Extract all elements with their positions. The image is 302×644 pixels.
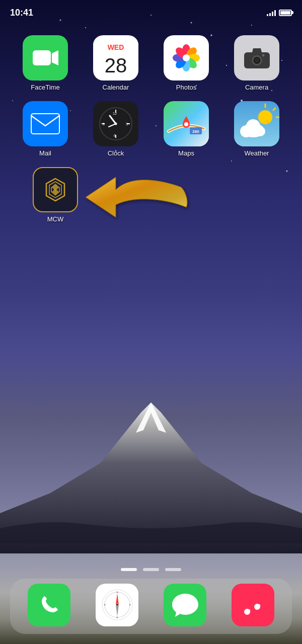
signal-bar-1 — [267, 14, 268, 16]
calendar-label: Calendar — [103, 84, 129, 91]
dock-phone[interactable] — [24, 584, 74, 629]
svg-text:3: 3 — [126, 122, 128, 126]
svg-marker-26 — [52, 50, 58, 65]
app-row-2: Mail 12 3 6 9 — [10, 101, 292, 157]
svg-point-41 — [262, 54, 264, 57]
camera-icon — [234, 35, 279, 80]
dock-messages[interactable] — [160, 584, 210, 629]
maps-icon: 280 — [164, 101, 209, 146]
facetime-label: FaceTime — [31, 84, 59, 91]
arrow-svg — [81, 159, 191, 240]
clock-svg: 12 3 6 9 — [99, 107, 133, 141]
svg-point-79 — [116, 592, 118, 593]
phone-icon — [28, 584, 70, 626]
dock-music[interactable] — [228, 584, 278, 629]
app-row-1: FaceTime WED 28 Calendar — [10, 35, 292, 91]
app-weather[interactable]: Weather — [226, 101, 287, 157]
svg-point-83 — [116, 604, 118, 606]
svg-point-82 — [104, 604, 105, 606]
arrow-annotation — [81, 159, 181, 240]
svg-point-36 — [183, 54, 190, 61]
phone-svg — [37, 592, 62, 617]
svg-text:280: 280 — [192, 129, 199, 134]
battery-indicator — [279, 10, 292, 16]
svg-point-40 — [254, 58, 259, 63]
svg-point-10 — [85, 27, 86, 28]
dock — [10, 579, 292, 634]
calendar-day-number: 28 — [105, 53, 127, 77]
svg-point-80 — [129, 604, 130, 606]
photos-label: Photos — [176, 84, 196, 91]
safari-svg — [100, 587, 135, 622]
app-facetime[interactable]: FaceTime — [15, 35, 76, 91]
page-dot-3 — [165, 568, 181, 571]
svg-point-61 — [258, 110, 272, 124]
svg-point-68 — [246, 119, 260, 133]
app-mcw[interactable]: MCW — [25, 167, 86, 240]
weather-icon — [234, 101, 279, 146]
photos-icon — [164, 35, 209, 80]
status-icons — [267, 9, 292, 16]
messages-icon — [164, 584, 206, 626]
maps-label: Maps — [178, 149, 194, 157]
camera-svg — [243, 46, 271, 69]
mountain-background — [0, 403, 302, 553]
signal-bar-4 — [274, 10, 276, 16]
mcw-icon — [33, 167, 78, 212]
camera-label: Camera — [245, 84, 268, 91]
mail-svg — [30, 113, 60, 135]
weather-label: Weather — [245, 149, 269, 157]
facetime-icon — [23, 35, 68, 80]
messages-svg — [171, 592, 199, 618]
svg-text:12: 12 — [113, 112, 117, 115]
page-dot-2 — [143, 568, 159, 571]
app-clock[interactable]: 12 3 6 9 Clock — [86, 101, 146, 157]
app-camera[interactable]: Camera — [226, 35, 287, 91]
calendar-icon: WED 28 — [93, 35, 138, 80]
app-maps[interactable]: 280 Maps — [156, 101, 216, 157]
app-photos[interactable]: Photos — [156, 35, 216, 91]
app-mail[interactable]: Mail — [15, 101, 76, 157]
page-dot-1 — [121, 568, 137, 571]
signal-bar-2 — [269, 13, 271, 16]
app-grid: FaceTime WED 28 Calendar — [0, 30, 302, 255]
clock-icon: 12 3 6 9 — [93, 101, 138, 146]
photos-svg — [169, 40, 204, 75]
safari-icon — [96, 584, 138, 626]
mcw-label: MCW — [47, 215, 64, 223]
svg-text:6: 6 — [114, 134, 116, 137]
maps-svg: 280 — [164, 101, 209, 146]
signal-bar-3 — [272, 12, 273, 16]
clock-label: Clock — [108, 149, 124, 157]
mcw-svg — [40, 175, 70, 205]
status-time: 10:41 — [10, 8, 33, 18]
svg-rect-25 — [33, 50, 51, 65]
svg-text:9: 9 — [103, 122, 105, 126]
signal-strength — [267, 9, 276, 16]
mail-label: Mail — [39, 149, 51, 157]
calendar-day-name: WED — [93, 38, 138, 53]
page-dots — [0, 568, 302, 571]
app-calendar[interactable]: WED 28 Calendar — [86, 35, 146, 91]
status-bar: 10:41 — [0, 0, 302, 25]
mail-icon — [23, 101, 68, 146]
weather-svg — [234, 101, 279, 146]
dock-safari[interactable] — [92, 584, 142, 629]
svg-point-81 — [116, 617, 118, 618]
battery-fill — [280, 11, 290, 15]
svg-point-55 — [115, 123, 117, 125]
facetime-svg — [32, 47, 59, 68]
app-row-3: MCW — [10, 167, 292, 240]
svg-point-57 — [184, 122, 188, 126]
svg-rect-42 — [31, 114, 59, 134]
music-svg — [240, 592, 266, 618]
music-icon — [232, 584, 274, 626]
